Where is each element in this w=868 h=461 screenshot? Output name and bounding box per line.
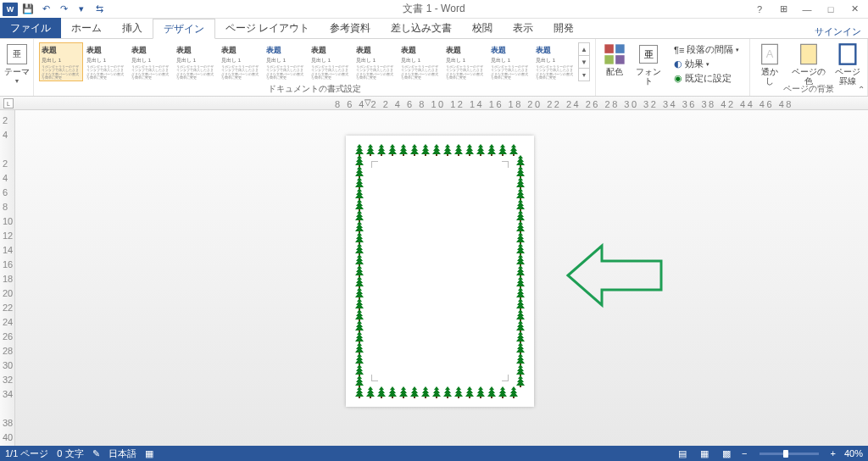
set-default-button[interactable]: ◉既定に設定 — [670, 71, 743, 86]
style-gallery-item[interactable]: 表題見出し 1リボンギャラリーのデザインタブで挿入したさまざまな文書パーツの書式… — [443, 42, 487, 81]
horizontal-ruler[interactable]: L ▽ 8 6 4 2 2 4 6 8 10 12 14 16 18 20 22… — [0, 97, 868, 110]
svg-rect-36 — [513, 154, 515, 156]
page-background-group: A 透かし ページの色 ページ 罫線 ページの背景 — [750, 39, 868, 96]
style-gallery-item[interactable]: 表題見出し 1リボンギャラリーのデザインタブで挿入したさまざまな文書パーツの書式… — [84, 42, 128, 81]
word-count[interactable]: 0 文字 — [57, 447, 83, 460]
tab-home[interactable]: ホーム — [61, 18, 112, 38]
style-gallery-item[interactable]: 表題見出し 1リボンギャラリーのデザインタブで挿入したさまざまな文書パーツの書式… — [488, 42, 532, 81]
print-layout-icon[interactable]: ▦ — [698, 447, 711, 459]
tree-border-icon — [354, 243, 364, 255]
svg-rect-11 — [370, 397, 371, 398]
style-gallery-item[interactable]: 表題見出し 1リボンギャラリーのデザインタブで挿入したさまざまな文書パーツの書式… — [174, 42, 218, 81]
tab-insert[interactable]: 挿入 — [112, 18, 153, 38]
page-count[interactable]: 1/1 ページ — [5, 447, 48, 460]
svg-rect-19 — [414, 397, 415, 398]
tab-mailings[interactable]: 差し込み文書 — [381, 18, 462, 38]
tree-border-icon — [354, 188, 364, 200]
ribbon-options-icon[interactable]: ⊞ — [773, 2, 793, 17]
fonts-button[interactable]: 亜 フォント — [630, 41, 667, 87]
page-borders-button[interactable]: ページ 罫線 — [832, 41, 864, 87]
style-gallery-item[interactable]: 表題見出し 1リボンギャラリーのデザインタブで挿入したさまざまな文書パーツの書式… — [264, 42, 308, 81]
document-page[interactable] — [346, 136, 534, 407]
gallery-down-icon[interactable]: ▼ — [579, 56, 589, 69]
tree-border-icon — [420, 386, 431, 398]
svg-rect-34 — [502, 154, 504, 156]
themes-button[interactable]: 亜 テーマ ▼ — [3, 41, 31, 84]
tree-border-icon — [453, 386, 464, 398]
redo-icon[interactable]: ↷ — [55, 2, 72, 17]
zoom-in-icon[interactable]: + — [831, 448, 836, 458]
tab-references[interactable]: 参考資料 — [320, 18, 381, 38]
gallery-scroll: ▲▼▾ — [578, 42, 590, 81]
tree-border-icon — [442, 144, 453, 156]
status-bar: 1/1 ページ 0 文字 ✎ 日本語 ▦ ▤ ▦ ▩ − + 40% — [0, 446, 868, 461]
save-icon[interactable]: 💾 — [19, 2, 36, 17]
tree-border-icon — [515, 221, 526, 233]
touch-mode-icon[interactable]: ⇆ — [91, 2, 108, 17]
vertical-ruler[interactable]: 242468101214161820222426283032343840 — [0, 110, 15, 446]
colors-button[interactable]: 配色 — [599, 41, 630, 87]
svg-rect-22 — [436, 154, 437, 156]
svg-rect-78 — [359, 386, 360, 387]
colors-label: 配色 — [606, 67, 623, 76]
themes-label: テーマ — [4, 66, 30, 78]
help-icon[interactable]: ? — [749, 2, 770, 17]
page-color-icon — [797, 42, 821, 66]
sign-in-link[interactable]: サインイン — [815, 25, 868, 38]
proofing-icon[interactable]: ✎ — [92, 448, 100, 459]
tree-border-icon — [431, 144, 442, 156]
svg-rect-37 — [513, 397, 515, 398]
default-icon: ◉ — [674, 73, 682, 84]
zoom-level[interactable]: 40% — [844, 448, 863, 458]
tree-border-icon — [354, 221, 364, 233]
watermark-button[interactable]: A 透かし — [754, 41, 786, 87]
tree-border-icon — [487, 144, 497, 156]
style-gallery-item[interactable]: 表題見出し 1リボンギャラリーのデザインタブで挿入したさまざまな文書パーツの書式… — [398, 42, 442, 81]
zoom-out-icon[interactable]: − — [742, 448, 747, 458]
maximize-icon[interactable]: □ — [821, 2, 841, 17]
language-indicator[interactable]: 日本語 — [108, 447, 136, 460]
undo-icon[interactable]: ↶ — [37, 2, 54, 17]
read-mode-icon[interactable]: ▤ — [676, 447, 689, 459]
minimize-icon[interactable]: — — [797, 2, 817, 17]
tree-border-icon — [515, 320, 526, 332]
style-gallery-item[interactable]: 表題見出し 1リボンギャラリーのデザインタブで挿入したさまざまな文書パーツの書式… — [39, 42, 83, 81]
tree-border-icon — [354, 375, 364, 387]
tree-border-icon — [409, 144, 420, 156]
style-gallery-item[interactable]: 表題見出し 1リボンギャラリーのデザインタブで挿入したさまざまな文書パーツの書式… — [533, 42, 577, 81]
tab-design[interactable]: デザイン — [153, 19, 215, 39]
style-gallery-item[interactable]: 表題見出し 1リボンギャラリーのデザインタブで挿入したさまざまな文書パーツの書式… — [219, 42, 263, 81]
collapse-ribbon-icon[interactable]: ⌃ — [858, 85, 865, 94]
tab-layout[interactable]: ページ レイアウト — [215, 18, 320, 38]
tree-border-icon — [354, 276, 364, 288]
gallery-more-icon[interactable]: ▾ — [579, 69, 589, 81]
macro-icon[interactable]: ▦ — [145, 448, 153, 459]
effects-button[interactable]: ◐効果▾ — [670, 57, 743, 71]
tab-review[interactable]: 校閲 — [462, 18, 503, 38]
tab-view[interactable]: 表示 — [503, 18, 543, 38]
svg-rect-23 — [436, 397, 437, 398]
gallery-up-icon[interactable]: ▲ — [579, 43, 589, 56]
tab-file[interactable]: ファイル — [0, 18, 61, 38]
colors-fonts-group: 配色 亜 フォント ¶≡段落の間隔▾ ◐効果▾ ◉既定に設定 — [596, 39, 750, 96]
style-gallery-item[interactable]: 表題見出し 1リボンギャラリーのデザインタブで挿入したさまざまな文書パーツの書式… — [309, 42, 353, 81]
tree-border-icon — [431, 386, 442, 398]
svg-rect-14 — [392, 154, 393, 156]
tree-border-icon — [515, 298, 526, 310]
tab-developer[interactable]: 開発 — [543, 18, 584, 38]
tab-selector[interactable]: L — [3, 98, 14, 108]
page-color-button[interactable]: ページの色 — [786, 41, 832, 87]
zoom-slider[interactable] — [760, 453, 819, 455]
word-app-icon[interactable]: W — [2, 2, 19, 17]
close-icon[interactable]: ✕ — [844, 2, 865, 17]
tree-border-icon — [354, 353, 364, 365]
style-gallery-item[interactable]: 表題見出し 1リボンギャラリーのデザインタブで挿入したさまざまな文書パーツの書式… — [353, 42, 398, 81]
effects-label: 効果 — [685, 58, 704, 70]
web-layout-icon[interactable]: ▩ — [720, 447, 733, 459]
tree-border-icon — [398, 386, 409, 398]
style-gallery-item[interactable]: 表題見出し 1リボンギャラリーのデザインタブで挿入したさまざまな文書パーツの書式… — [129, 42, 173, 81]
annotation-arrow — [559, 237, 670, 314]
paragraph-spacing-button[interactable]: ¶≡段落の間隔▾ — [670, 42, 743, 57]
tree-border-icon — [354, 254, 364, 266]
qat-dropdown-icon[interactable]: ▾ — [73, 2, 90, 17]
